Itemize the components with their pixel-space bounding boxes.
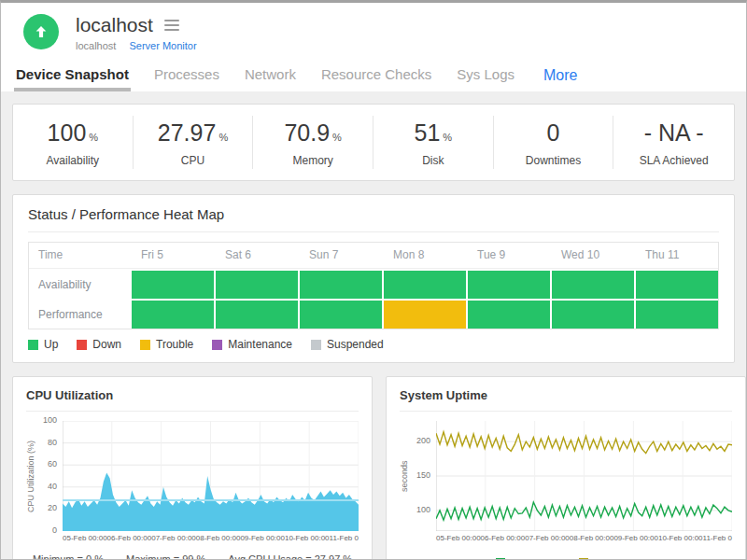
heatmap-row-performance: Performance [29,301,718,329]
legend-item-up: Up [28,338,58,351]
heatmap-header-row: Time Fri 5 Sat 6 Sun 7 Mon 8 Tue 9 Wed 1… [29,243,718,269]
tab-processes[interactable]: Processes [154,61,219,91]
monitor-window: localhost localhostServer Monitor Device… [0,0,747,560]
stat-cpu: 27.97% CPU [134,116,254,169]
heatmap-cell [300,271,382,299]
stat-memory-label: Memory [253,154,373,167]
system-uptime-card: System Uptime seconds 100150200 05-Feb 0… [386,376,746,560]
stat-cpu-label: CPU [134,154,253,167]
heatmap-table: Time Fri 5 Sat 6 Sun 7 Mon 8 Tue 9 Wed 1… [28,242,719,329]
heatmap-header-col: Thu 11 [636,243,718,268]
heatmap-cell [300,301,382,329]
stat-availability-label: Availability [13,154,133,167]
down-swatch-icon [77,340,87,350]
heatmap-cell [132,271,214,299]
stat-sla-label: SLA Achieved [613,154,734,167]
legend-item-trouble: Trouble [140,338,193,351]
header: localhost localhostServer Monitor Device… [1,3,746,91]
heatmap-row-label: Availability [29,271,130,299]
stat-downtimes-label: Downtimes [494,154,613,167]
heatmap-cell [384,301,466,329]
stat-cpu-value: 27.97 [158,119,217,146]
heatmap-row-availability: Availability [29,271,718,299]
breadcrumb: localhostServer Monitor [76,40,197,51]
heatmap-cell [552,271,634,299]
tab-resource-checks[interactable]: Resource Checks [321,61,431,91]
stat-memory-value: 70.9 [284,119,330,146]
cpu-utilization-card: CPU Utilization CPU Utilization (%) 0204… [12,376,373,560]
breadcrumb-category-link[interactable]: Server Monitor [129,40,196,51]
cpu-chart-title: CPU Utilization [26,388,359,412]
stat-availability-value: 100 [48,119,87,146]
up-arrow-icon [33,23,49,40]
tab-device-snapshot[interactable]: Device Snapshot [16,61,129,91]
tab-bar: Device Snapshot Processes Network Resour… [1,51,746,91]
stat-memory: 70.9% Memory [253,116,374,169]
tab-sys-logs[interactable]: Sys Logs [457,61,514,91]
device-status-icon [23,14,59,49]
stat-sla: - NA - SLA Achieved [613,116,734,169]
cpu-chart-ylabel: CPU Utilization (%) [26,421,38,531]
cpu-chart-xaxis: 05-Feb 00:0006-Feb 00:0007-Feb 00:0008-F… [63,534,359,542]
heatmap-cell [552,301,634,329]
cpu-minimum: Minimum = 0 % [33,553,104,560]
uptime-chart-xaxis: 05-Feb 00:0006-Feb 00:0007-Feb 00:0008-F… [436,534,732,542]
cpu-maximum: Maximum = 99 % [126,553,205,560]
heatmap-header-col: Mon 8 [384,243,466,268]
legend-item-suspended: Suspended [311,338,384,351]
stat-disk-value: 51 [415,119,441,146]
menu-icon[interactable] [164,17,179,34]
heatmap-cell [216,271,298,299]
heatmap-card: Status / Performance Heat Map Time Fri 5… [12,194,735,363]
heatmap-header-col: Wed 10 [552,243,634,268]
stat-availability: 100% Availability [13,116,134,169]
cpu-chart-yaxis: 020406080100 [38,421,63,531]
heatmap-header-col: Tue 9 [468,243,550,268]
stat-downtimes: 0 Downtimes [494,116,614,169]
stat-downtimes-value: 0 [547,119,560,146]
heatmap-cell [384,271,466,299]
heatmap-header-col: Sat 6 [216,243,298,268]
breadcrumb-device: localhost [76,40,116,51]
cpu-average: Avg CPU Usage = 27.97 % [228,553,352,560]
heatmap-row-label: Performance [29,301,130,329]
cpu-utilization-chart [63,421,359,531]
tab-more[interactable]: More [543,62,577,91]
heatmap-cell [468,301,550,329]
heatmap-cell [216,301,298,329]
trouble-swatch-icon [140,340,150,350]
legend-item-down: Down [77,338,121,351]
uptime-chart-ylabel: seconds [400,421,412,531]
heatmap-cell [132,301,214,329]
uptime-chart-yaxis: 100150200 [412,421,436,531]
stat-disk: 51% Disk [374,116,494,169]
summary-stats-card: 100% Availability 27.97% CPU 70.9% Memor… [12,104,735,181]
page-title: localhost [76,14,153,36]
heatmap-legend: Up Down Trouble Maintenance Suspended [28,338,719,351]
tab-network[interactable]: Network [245,61,296,91]
uptime-chart-title: System Uptime [400,388,732,412]
stat-sla-value: - NA - [644,119,704,146]
maintenance-swatch-icon [212,340,222,350]
content: 100% Availability 27.97% CPU 70.9% Memor… [1,91,746,560]
up-swatch-icon [28,340,38,350]
heatmap-cell [636,271,718,299]
heatmap-header-time: Time [29,243,130,268]
heatmap-cell [468,271,550,299]
suspended-swatch-icon [311,340,321,350]
heatmap-title: Status / Performance Heat Map [28,206,719,232]
heatmap-cell [636,301,718,329]
legend-item-maintenance: Maintenance [212,338,292,351]
cpu-chart-summary: Minimum = 0 % Maximum = 99 % Avg CPU Usa… [26,553,359,560]
stat-disk-label: Disk [374,154,493,167]
heatmap-header-col: Fri 5 [132,243,214,268]
heatmap-header-col: Sun 7 [300,243,382,268]
system-uptime-chart [436,421,732,531]
